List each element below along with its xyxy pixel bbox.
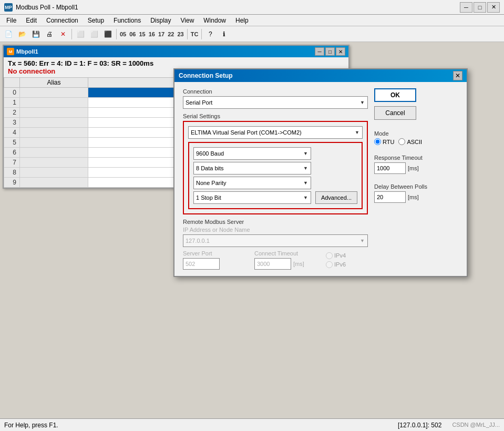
delay-polls-input[interactable] xyxy=(374,191,406,203)
connection-select-wrapper: Serial Port xyxy=(183,96,368,109)
response-timeout-label: Response Timeout xyxy=(374,155,458,161)
baud-rate-select[interactable]: 9600 Baud xyxy=(193,147,311,160)
com-port-select[interactable]: ELTIMA Virtual Serial Port (COM1->COM2) xyxy=(188,126,363,139)
delay-polls-unit: [ms] xyxy=(408,194,419,200)
toolbar-new[interactable]: 📄 xyxy=(2,28,15,40)
mdi-title: Mbpoll1 xyxy=(16,48,38,55)
row-num: 8 xyxy=(4,168,20,178)
row-num: 1 xyxy=(4,98,20,108)
connect-timeout-field: Connect Timeout [ms] xyxy=(254,250,320,270)
server-port-input[interactable] xyxy=(183,258,220,270)
toolbar-save[interactable]: 💾 xyxy=(29,28,42,40)
menu-functions[interactable]: Functions xyxy=(109,16,145,25)
mdi-minimize[interactable]: ─ xyxy=(315,47,324,56)
toolbar-num-05: 05 xyxy=(119,31,127,37)
row-alias xyxy=(20,168,88,178)
mode-rtu-radio[interactable] xyxy=(374,138,381,145)
connection-setup-dialog: Connection Setup ✕ Connection Serial Por… xyxy=(173,68,468,277)
col-num-header xyxy=(4,78,20,88)
menu-window[interactable]: Window xyxy=(199,16,230,25)
ipv6-label[interactable]: IPv6 xyxy=(326,261,368,268)
ipv6-radio[interactable] xyxy=(326,261,333,268)
ok-button[interactable]: OK xyxy=(374,88,416,102)
connect-timeout-input[interactable] xyxy=(254,258,291,270)
toolbar-num-16: 16 xyxy=(148,31,156,37)
mode-rtu-text: RTU xyxy=(383,139,394,145)
toolbar-print[interactable]: 🖨 xyxy=(43,28,56,40)
mode-label: Mode xyxy=(374,130,458,137)
menu-setup[interactable]: Setup xyxy=(84,16,108,25)
menu-file[interactable]: File xyxy=(2,16,20,25)
connection-select[interactable]: Serial Port xyxy=(183,96,368,109)
delay-polls-section: Delay Between Polls [ms] xyxy=(374,183,458,203)
row-alias xyxy=(20,98,88,108)
mdi-restore[interactable]: □ xyxy=(325,47,335,56)
maximize-button[interactable]: □ xyxy=(474,2,486,13)
row-num: 9 xyxy=(4,178,20,188)
row-alias xyxy=(20,138,88,148)
toolbar-btn-3[interactable]: ⬛ xyxy=(101,28,114,40)
menu-bar: File Edit Connection Setup Functions Dis… xyxy=(0,15,504,26)
remote-modbus-section: Remote Modbus Server IP Address or Node … xyxy=(183,219,368,270)
toolbar-num-06: 06 xyxy=(128,31,137,37)
parity-select[interactable]: None Parity xyxy=(193,177,311,189)
row-num: 2 xyxy=(4,108,20,118)
menu-display[interactable]: Display xyxy=(146,16,175,25)
delay-polls-row: [ms] xyxy=(374,191,458,203)
ip-address-input[interactable] xyxy=(183,234,368,247)
stop-bits-select[interactable]: 1 Stop Bit xyxy=(193,191,311,204)
row-alias xyxy=(20,158,88,168)
toolbar-num-15: 15 xyxy=(138,31,147,37)
stop-bits-wrapper: 1 Stop Bit xyxy=(193,191,311,204)
menu-view[interactable]: View xyxy=(177,16,199,25)
menu-edit[interactable]: Edit xyxy=(22,16,41,25)
toolbar-num-22: 22 xyxy=(167,31,175,37)
col-alias-header: Alias xyxy=(20,78,88,88)
remote-modbus-label: Remote Modbus Server xyxy=(183,219,368,225)
toolbar-btn-2[interactable]: ⬜ xyxy=(88,28,100,40)
baud-rate-wrapper: 9600 Baud xyxy=(193,147,311,160)
connection-info: [127.0.0.1]: 502 xyxy=(398,422,441,429)
mode-ascii-label[interactable]: ASCII xyxy=(398,138,422,145)
toolbar-help[interactable]: ? xyxy=(204,28,217,40)
title-controls: ─ □ ✕ xyxy=(460,2,500,13)
menu-help[interactable]: Help xyxy=(231,16,253,25)
com-port-select-wrapper: ELTIMA Virtual Serial Port (COM1->COM2) xyxy=(188,126,363,139)
response-timeout-row: [ms] xyxy=(374,162,458,174)
response-timeout-input[interactable] xyxy=(374,162,406,174)
ipv4-label[interactable]: IPv4 xyxy=(326,252,368,259)
data-bits-select[interactable]: 8 Data bits xyxy=(193,162,311,175)
server-row: Server Port Connect Timeout [ms] xyxy=(183,250,368,270)
delay-polls-label: Delay Between Polls xyxy=(374,183,458,190)
dialog-title: Connection Setup xyxy=(179,72,233,79)
toolbar-info[interactable]: ℹ xyxy=(218,28,230,40)
response-timeout-section: Response Timeout [ms] xyxy=(374,155,458,174)
server-port-label: Server Port xyxy=(183,250,248,256)
toolbar-delete[interactable]: ✕ xyxy=(57,28,69,40)
parity-wrapper: None Parity xyxy=(193,177,311,189)
dialog-body: Connection Serial Port Serial Settings E… xyxy=(174,82,467,276)
ipv4-radio[interactable] xyxy=(326,252,333,259)
mdi-title-bar: M Mbpoll1 ─ □ ✕ xyxy=(4,46,348,57)
toolbar-separator-2 xyxy=(116,29,117,39)
mode-ascii-text: ASCII xyxy=(407,139,422,145)
mode-section: Mode RTU ASCII xyxy=(374,130,458,145)
cancel-button[interactable]: Cancel xyxy=(374,106,416,120)
status-bar: For Help, press F1. [127.0.0.1]: 502 CSD… xyxy=(0,418,504,431)
close-button[interactable]: ✕ xyxy=(487,2,500,13)
serial-settings-box: ELTIMA Virtual Serial Port (COM1->COM2) … xyxy=(183,121,368,214)
mdi-close[interactable]: ✕ xyxy=(336,47,345,56)
advanced-btn-container: Advanced... xyxy=(315,147,357,204)
minimize-button[interactable]: ─ xyxy=(460,2,472,13)
row-alias xyxy=(20,178,88,188)
mode-rtu-label[interactable]: RTU xyxy=(374,138,394,145)
toolbar-btn-1[interactable]: ⬜ xyxy=(74,28,87,40)
dialog-close-button[interactable]: ✕ xyxy=(453,71,462,80)
menu-connection[interactable]: Connection xyxy=(42,16,83,25)
serial-left-dropdowns: 9600 Baud 8 Data bits xyxy=(193,147,311,204)
toolbar-separator-4 xyxy=(201,29,202,39)
advanced-button[interactable]: Advanced... xyxy=(315,191,357,204)
toolbar-open[interactable]: 📂 xyxy=(16,28,28,40)
mode-ascii-radio[interactable] xyxy=(398,138,405,145)
mdi-icon: M xyxy=(7,48,14,55)
